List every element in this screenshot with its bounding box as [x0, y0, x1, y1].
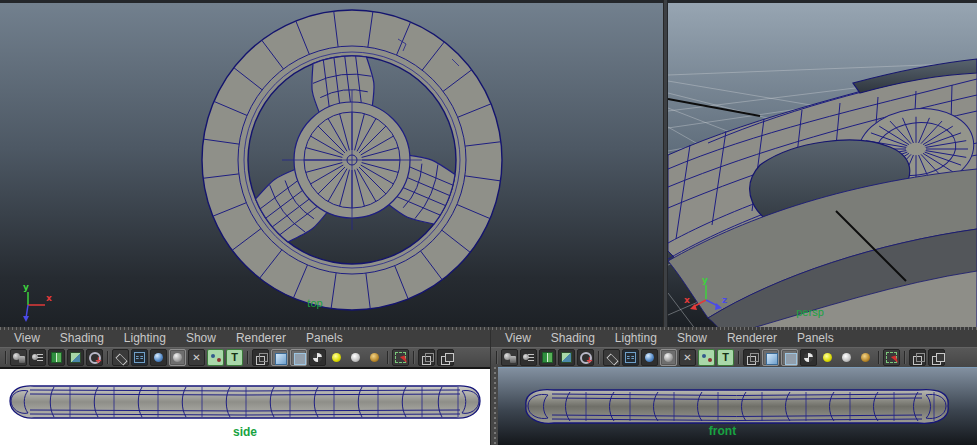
- toolbar-separator: [2, 349, 9, 366]
- wireframe-on-shaded-icon[interactable]: [679, 349, 696, 366]
- panel-menu-bar: ViewShadingLightingShowRendererPanels: [0, 330, 490, 347]
- wheel-persp-view-wireframe: [668, 3, 977, 327]
- default-material-icon[interactable]: T: [717, 349, 734, 366]
- wheel-front-view-wireframe: [498, 368, 977, 445]
- wireframe-icon[interactable]: [603, 349, 620, 366]
- toolbar-separator: [595, 349, 602, 366]
- xray-display-icon[interactable]: [781, 349, 798, 366]
- wireframe-icon[interactable]: [112, 349, 129, 366]
- default-light-icon[interactable]: [819, 349, 836, 366]
- bookmark-icon[interactable]: [539, 349, 556, 366]
- toolbar-separator: [875, 349, 882, 366]
- pan-zoom-icon[interactable]: [577, 349, 594, 366]
- panel-header-front: ViewShadingLightingShowRendererPanels T: [490, 330, 977, 367]
- xray-display-icon[interactable]: [290, 349, 307, 366]
- panel-menu-bar: ViewShadingLightingShowRendererPanels: [491, 330, 977, 347]
- camera-attributes-icon[interactable]: [29, 349, 46, 366]
- viewport-persp[interactable]: y x z persp: [668, 0, 977, 327]
- image-plane-icon[interactable]: [67, 349, 84, 366]
- maya-viewport-layout: y x top: [0, 0, 977, 445]
- image-plane-icon[interactable]: [558, 349, 575, 366]
- white-light-icon[interactable]: [838, 349, 855, 366]
- overlap-squares-icon[interactable]: [437, 349, 454, 366]
- smooth-shade-icon[interactable]: [150, 349, 167, 366]
- isolate-select-icon[interactable]: [883, 349, 900, 366]
- no-lights-icon[interactable]: [800, 349, 817, 366]
- menu-item-view[interactable]: View: [495, 330, 541, 347]
- toolbar-separator: [384, 349, 391, 366]
- default-light-icon[interactable]: [328, 349, 345, 366]
- toolbar-separator: [104, 349, 111, 366]
- use-all-lights-icon[interactable]: [252, 349, 269, 366]
- viewport-top[interactable]: y x top: [0, 0, 663, 327]
- toolbar-separator: [244, 349, 251, 366]
- textured-icon[interactable]: [698, 349, 715, 366]
- no-lights-icon[interactable]: [309, 349, 326, 366]
- shaded-display-icon[interactable]: [762, 349, 779, 366]
- panel-header-side: ViewShadingLightingShowRendererPanels T: [0, 330, 490, 367]
- use-all-lights-icon[interactable]: [743, 349, 760, 366]
- panel-toolbar: T: [0, 347, 490, 367]
- pan-zoom-icon[interactable]: [86, 349, 103, 366]
- isolate-select-icon[interactable]: [392, 349, 409, 366]
- xray-cube-icon[interactable]: [909, 349, 926, 366]
- white-light-icon[interactable]: [347, 349, 364, 366]
- menu-item-show[interactable]: Show: [176, 330, 226, 347]
- menu-item-view[interactable]: View: [4, 330, 50, 347]
- wheel-top-view-wireframe: [0, 3, 663, 327]
- toolbar-separator: [410, 349, 417, 366]
- flat-shade-icon[interactable]: [660, 349, 677, 366]
- menu-item-shading[interactable]: Shading: [50, 330, 114, 347]
- film-gate-icon[interactable]: [131, 349, 148, 366]
- viewport-side[interactable]: side: [0, 367, 490, 445]
- film-gate-icon[interactable]: [622, 349, 639, 366]
- select-camera-icon[interactable]: [10, 349, 27, 366]
- toolbar-separator: [901, 349, 908, 366]
- menu-item-panels[interactable]: Panels: [296, 330, 353, 347]
- menu-item-renderer[interactable]: Renderer: [226, 330, 296, 347]
- flat-shade-icon[interactable]: [169, 349, 186, 366]
- overlap-squares-icon[interactable]: [928, 349, 945, 366]
- menu-item-renderer[interactable]: Renderer: [717, 330, 787, 347]
- menu-item-panels[interactable]: Panels: [787, 330, 844, 347]
- viewport-front[interactable]: front: [498, 367, 977, 445]
- menu-item-shading[interactable]: Shading: [541, 330, 605, 347]
- gold-light-icon[interactable]: [857, 349, 874, 366]
- default-material-icon[interactable]: T: [226, 349, 243, 366]
- textured-icon[interactable]: [207, 349, 224, 366]
- panel-toolbar: T: [491, 347, 977, 367]
- toolbar-separator: [493, 349, 500, 366]
- camera-attributes-icon[interactable]: [520, 349, 537, 366]
- viewport-splitter-bottom[interactable]: [490, 367, 498, 445]
- select-camera-icon[interactable]: [501, 349, 518, 366]
- toolbar-separator: [735, 349, 742, 366]
- xray-cube-icon[interactable]: [418, 349, 435, 366]
- smooth-shade-icon[interactable]: [641, 349, 658, 366]
- menu-item-lighting[interactable]: Lighting: [605, 330, 667, 347]
- bookmark-icon[interactable]: [48, 349, 65, 366]
- wireframe-on-shaded-icon[interactable]: [188, 349, 205, 366]
- shaded-display-icon[interactable]: [271, 349, 288, 366]
- wheel-side-view-wireframe: [0, 369, 490, 445]
- menu-item-lighting[interactable]: Lighting: [114, 330, 176, 347]
- gold-light-icon[interactable]: [366, 349, 383, 366]
- menu-item-show[interactable]: Show: [667, 330, 717, 347]
